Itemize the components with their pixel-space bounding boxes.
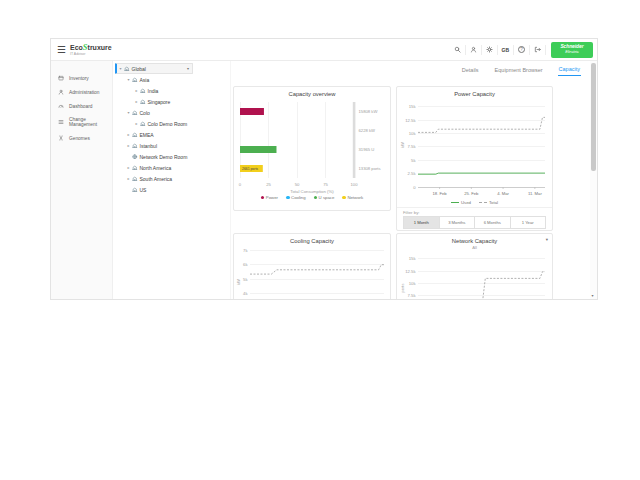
collapse-caret-icon[interactable]: ▾ bbox=[125, 77, 132, 82]
legend-dot-icon bbox=[261, 196, 265, 200]
legend-power[interactable]: Power bbox=[261, 195, 278, 200]
filter-button-3-months[interactable]: 3 Months bbox=[439, 216, 476, 229]
tree-item-emea[interactable]: ▸EMEA bbox=[113, 129, 230, 140]
app-logo: EcoStruxure IT Advisor bbox=[70, 43, 112, 57]
menu-hamburger-icon[interactable]: ☰ bbox=[57, 45, 66, 55]
tab-capacity[interactable]: Capacity bbox=[558, 63, 581, 76]
location-icon bbox=[124, 66, 130, 72]
tree-item-colo-demo-room[interactable]: ▸Colo Demo Room bbox=[113, 118, 230, 129]
svg-text:18. Feb: 18. Feb bbox=[432, 191, 447, 196]
svg-text:15808 kW: 15808 kW bbox=[359, 109, 378, 114]
svg-text:25: 25 bbox=[266, 182, 271, 187]
tree-item-us[interactable]: US bbox=[113, 184, 230, 195]
dashboard-icon bbox=[58, 103, 64, 109]
tree-item-colo[interactable]: ▾Colo bbox=[113, 107, 230, 118]
tree-item-label: Singapore bbox=[148, 99, 171, 105]
logout-icon[interactable] bbox=[530, 45, 546, 55]
sidebar-item-label: Change Management bbox=[69, 117, 110, 127]
tree-item-north-america[interactable]: ▸North America bbox=[113, 162, 230, 173]
location-icon bbox=[140, 99, 146, 105]
collapse-caret-icon[interactable]: ▾ bbox=[125, 110, 132, 115]
administration-icon bbox=[58, 89, 64, 95]
legend-label: Network bbox=[347, 195, 363, 200]
tab-equipment-browser[interactable]: Equipment Browser bbox=[494, 64, 544, 76]
svg-text:5k: 5k bbox=[243, 277, 248, 282]
chart-options-caret-icon[interactable]: ▾ bbox=[546, 237, 548, 242]
power-capacity-title: Power Capacity bbox=[397, 91, 552, 97]
expand-caret-icon[interactable]: ▸ bbox=[125, 132, 132, 137]
location-icon bbox=[140, 88, 146, 94]
svg-text:25. Feb: 25. Feb bbox=[464, 191, 479, 196]
svg-text:12.5k: 12.5k bbox=[405, 269, 416, 274]
tree-item-label: EMEA bbox=[140, 132, 154, 138]
network-capacity-title: Network Capacity bbox=[397, 238, 552, 244]
tree-item-istanbul[interactable]: ▸Istanbul bbox=[113, 140, 230, 151]
help-icon[interactable]: ? bbox=[514, 45, 530, 55]
sidebar-item-administration[interactable]: Administration bbox=[51, 85, 112, 99]
series-total bbox=[250, 265, 384, 274]
svg-text:0: 0 bbox=[413, 185, 416, 190]
filter-by-label: Filter by: bbox=[403, 210, 552, 215]
expand-caret-icon[interactable]: ▸ bbox=[125, 176, 132, 181]
legend-u-space[interactable]: U space bbox=[314, 195, 335, 200]
sidebar-item-change-management[interactable]: Change Management bbox=[51, 113, 112, 131]
svg-text:7k: 7k bbox=[243, 248, 248, 253]
scrollbar-thumb[interactable] bbox=[591, 63, 596, 171]
top-bar: ☰ EcoStruxure IT Advisor GB ? bbox=[51, 39, 597, 61]
settings-gear-icon[interactable] bbox=[482, 45, 498, 55]
tree-item-india[interactable]: ▸India bbox=[113, 85, 230, 96]
logo-text-post: truxure bbox=[88, 44, 112, 51]
search-icon[interactable] bbox=[450, 45, 466, 55]
capacity-overview-legend: PowerCoolingU spaceNetwork bbox=[234, 195, 390, 200]
locale-selector[interactable]: GB bbox=[498, 45, 515, 55]
genomes-icon bbox=[58, 135, 64, 141]
tree-item-label: Asia bbox=[140, 77, 150, 83]
sidebar-item-dashboard[interactable]: Dashboard bbox=[51, 99, 112, 113]
expand-caret-icon[interactable]: ▸ bbox=[133, 121, 140, 126]
svg-text:6228 kW: 6228 kW bbox=[359, 128, 376, 133]
bar-power bbox=[240, 108, 264, 115]
sidebar-item-inventory[interactable]: Inventory bbox=[51, 71, 112, 85]
cooling-capacity-chart: 7k6k5k4kkW bbox=[236, 246, 388, 300]
cooling-capacity-title: Cooling Capacity bbox=[234, 238, 390, 244]
inventory-icon bbox=[58, 75, 64, 81]
location-tree: ▾Global▾▾Asia▸India▸Singapore▾Colo▸Colo … bbox=[113, 61, 231, 299]
legend-total[interactable]: Total bbox=[479, 200, 498, 205]
tree-item-south-america[interactable]: ▸South America bbox=[113, 173, 230, 184]
expand-caret-icon[interactable]: ▸ bbox=[133, 99, 140, 104]
filter-button-6-months[interactable]: 6 Months bbox=[474, 216, 511, 229]
scrollbar-down-arrow-icon[interactable]: ▾ bbox=[592, 293, 594, 298]
tree-dropdown-caret-icon[interactable]: ▾ bbox=[187, 66, 189, 71]
legend-cooling[interactable]: Cooling bbox=[286, 195, 306, 200]
tree-item-asia[interactable]: ▾Asia bbox=[113, 74, 230, 85]
svg-text:10k: 10k bbox=[409, 131, 417, 136]
svg-text:50: 50 bbox=[295, 182, 300, 187]
sidebar-item-label: Dashboard bbox=[69, 104, 92, 109]
collapse-caret-icon[interactable]: ▾ bbox=[117, 66, 124, 71]
expand-caret-icon[interactable]: ▸ bbox=[125, 165, 132, 170]
location-icon bbox=[132, 165, 138, 171]
time-filter-group: 1 Month3 Months6 Months1 Year bbox=[403, 216, 546, 229]
tree-item-global[interactable]: ▾Global▾ bbox=[115, 63, 193, 74]
tree-item-network-demo-room[interactable]: Network Demo Room bbox=[113, 151, 230, 162]
svg-text:0: 0 bbox=[239, 182, 242, 187]
filter-button-1-month[interactable]: 1 Month bbox=[403, 216, 440, 229]
legend-network[interactable]: Network bbox=[342, 195, 363, 200]
tree-item-label: Colo Demo Room bbox=[148, 121, 188, 127]
sidebar-item-label: Genomes bbox=[69, 136, 90, 141]
svg-text:15k: 15k bbox=[409, 256, 417, 261]
expand-caret-icon[interactable]: ▸ bbox=[133, 88, 140, 93]
series-total bbox=[418, 117, 545, 132]
expand-caret-icon[interactable]: ▸ bbox=[125, 143, 132, 148]
legend-used[interactable]: Used bbox=[451, 200, 471, 205]
svg-text:31965 U: 31965 U bbox=[359, 147, 375, 152]
svg-text:4. Mar: 4. Mar bbox=[497, 191, 509, 196]
tab-details[interactable]: Details bbox=[461, 64, 480, 76]
user-icon[interactable] bbox=[466, 45, 482, 55]
location-icon bbox=[132, 77, 138, 83]
help-label: ? bbox=[518, 46, 525, 53]
sidebar-item-genomes[interactable]: Genomes bbox=[51, 131, 112, 145]
network-capacity-subtitle[interactable]: All bbox=[397, 245, 552, 250]
tree-item-singapore[interactable]: ▸Singapore bbox=[113, 96, 230, 107]
filter-button-1-year[interactable]: 1 Year bbox=[510, 216, 547, 229]
